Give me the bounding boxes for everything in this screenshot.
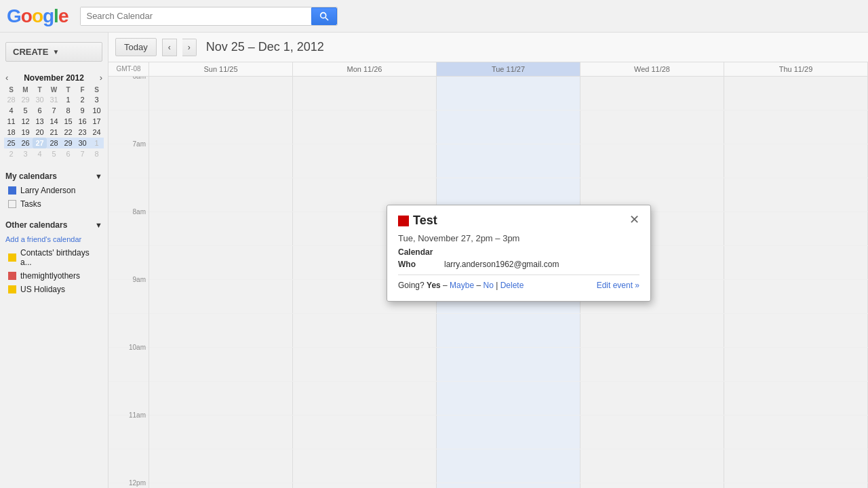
mini-cal-day[interactable]: 10 bbox=[90, 105, 104, 116]
day-cell[interactable] bbox=[437, 348, 580, 381]
day-cell[interactable] bbox=[149, 280, 293, 313]
day-cell[interactable] bbox=[437, 415, 580, 449]
mini-cal-day[interactable]: 17 bbox=[90, 116, 104, 127]
mini-cal-day[interactable]: 16 bbox=[75, 116, 90, 127]
mini-cal-day[interactable]: 28 bbox=[4, 94, 18, 105]
going-maybe-link[interactable]: Maybe bbox=[450, 281, 474, 290]
other-calendar-item[interactable]: themightlyothers bbox=[0, 269, 108, 283]
mini-cal-day[interactable]: 21 bbox=[47, 127, 61, 138]
day-cell[interactable] bbox=[293, 314, 437, 347]
day-cell[interactable] bbox=[149, 483, 293, 488]
mini-cal-day[interactable]: 28 bbox=[47, 138, 61, 148]
day-cell[interactable] bbox=[149, 246, 293, 279]
mini-cal-day[interactable]: 29 bbox=[18, 94, 33, 105]
day-cell[interactable] bbox=[437, 144, 580, 178]
mini-cal-day[interactable]: 30 bbox=[75, 138, 90, 148]
day-cell[interactable] bbox=[437, 382, 580, 415]
day-cell[interactable] bbox=[149, 314, 293, 347]
mini-cal-day[interactable]: 5 bbox=[18, 105, 33, 116]
prev-button[interactable]: ‹ bbox=[162, 39, 177, 56]
day-cell[interactable] bbox=[293, 348, 437, 381]
day-cell[interactable] bbox=[437, 314, 580, 347]
mini-cal-day[interactable]: 26 bbox=[18, 138, 33, 148]
mini-cal-day[interactable]: 25 bbox=[4, 138, 18, 148]
day-cell[interactable] bbox=[149, 348, 293, 381]
other-calendars-header[interactable]: Other calendars ▼ bbox=[0, 218, 108, 232]
mini-cal-day[interactable]: 15 bbox=[61, 116, 75, 127]
day-cell[interactable] bbox=[580, 77, 724, 110]
day-cell[interactable] bbox=[580, 348, 724, 381]
add-friend-link[interactable]: Add a friend's calendar bbox=[0, 232, 108, 246]
day-cell[interactable] bbox=[293, 415, 437, 449]
day-cell[interactable] bbox=[149, 415, 293, 449]
day-cell[interactable] bbox=[724, 144, 868, 178]
edit-event-link[interactable]: Edit event » bbox=[597, 281, 639, 290]
mini-cal-day[interactable]: 4 bbox=[4, 105, 18, 116]
day-cell[interactable] bbox=[293, 382, 437, 415]
day-cell[interactable] bbox=[724, 280, 868, 313]
my-calendar-item[interactable]: Tasks bbox=[0, 197, 108, 211]
my-calendar-item[interactable]: Larry Anderson bbox=[0, 184, 108, 197]
day-cell[interactable] bbox=[724, 212, 868, 245]
mini-cal-day[interactable]: 2 bbox=[75, 94, 90, 105]
mini-cal-day[interactable]: 8 bbox=[61, 105, 75, 116]
mini-cal-day[interactable]: 5 bbox=[47, 148, 61, 159]
day-cell[interactable] bbox=[293, 449, 437, 483]
day-cell[interactable] bbox=[293, 110, 437, 144]
create-button[interactable]: CREATE ▼ bbox=[5, 42, 102, 62]
day-cell[interactable] bbox=[580, 110, 724, 144]
day-cell[interactable] bbox=[149, 144, 293, 178]
day-cell[interactable] bbox=[724, 246, 868, 279]
next-button[interactable]: › bbox=[182, 39, 197, 56]
mini-cal-day[interactable]: 14 bbox=[47, 116, 61, 127]
day-cell[interactable] bbox=[580, 483, 724, 488]
popup-close-button[interactable]: ✕ bbox=[629, 214, 639, 226]
mini-cal-day[interactable]: 20 bbox=[33, 127, 47, 138]
day-cell[interactable] bbox=[580, 144, 724, 178]
mini-cal-day[interactable]: 3 bbox=[90, 94, 104, 105]
mini-cal-day[interactable]: 6 bbox=[61, 148, 75, 159]
mini-cal-day[interactable]: 27 bbox=[33, 138, 47, 148]
mini-cal-day[interactable]: 3 bbox=[18, 148, 33, 159]
mini-cal-day[interactable]: 24 bbox=[90, 127, 104, 138]
day-cell[interactable] bbox=[724, 77, 868, 110]
calendar-checkbox[interactable] bbox=[8, 200, 16, 208]
mini-cal-day[interactable]: 1 bbox=[90, 138, 104, 148]
today-button[interactable]: Today bbox=[115, 38, 157, 56]
day-cell[interactable] bbox=[580, 449, 724, 483]
mini-cal-day[interactable]: 23 bbox=[75, 127, 90, 138]
going-no-link[interactable]: No bbox=[484, 281, 494, 290]
day-cell[interactable] bbox=[724, 483, 868, 488]
day-cell[interactable] bbox=[149, 77, 293, 110]
day-cell[interactable] bbox=[149, 449, 293, 483]
day-cell[interactable] bbox=[293, 483, 437, 488]
day-cell[interactable] bbox=[293, 77, 437, 110]
day-cell[interactable] bbox=[724, 178, 868, 211]
day-cell[interactable] bbox=[724, 348, 868, 381]
day-cell[interactable] bbox=[580, 314, 724, 347]
mini-cal-day[interactable]: 11 bbox=[4, 116, 18, 127]
day-cell[interactable] bbox=[293, 144, 437, 178]
going-delete-link[interactable]: Delete bbox=[500, 281, 524, 290]
day-cell[interactable] bbox=[580, 382, 724, 415]
day-cell[interactable] bbox=[724, 314, 868, 347]
mini-cal-day[interactable]: 1 bbox=[61, 94, 75, 105]
mini-cal-day[interactable]: 22 bbox=[61, 127, 75, 138]
day-cell[interactable] bbox=[437, 483, 580, 488]
other-calendar-item[interactable]: US Holidays bbox=[0, 283, 108, 296]
day-cell[interactable] bbox=[724, 415, 868, 449]
search-input[interactable] bbox=[81, 7, 311, 25]
mini-cal-day[interactable]: 12 bbox=[18, 116, 33, 127]
mini-cal-day[interactable]: 8 bbox=[90, 148, 104, 159]
day-cell[interactable] bbox=[437, 449, 580, 483]
mini-cal-day[interactable]: 30 bbox=[33, 94, 47, 105]
day-cell[interactable] bbox=[724, 449, 868, 483]
mini-cal-day[interactable]: 9 bbox=[75, 105, 90, 116]
day-cell[interactable] bbox=[580, 415, 724, 449]
day-cell[interactable] bbox=[149, 110, 293, 144]
other-calendar-item[interactable]: Contacts' birthdays a... bbox=[0, 246, 108, 269]
mini-cal-next[interactable]: › bbox=[98, 73, 104, 83]
mini-cal-day[interactable]: 7 bbox=[75, 148, 90, 159]
search-button[interactable] bbox=[311, 7, 337, 25]
day-cell[interactable] bbox=[149, 212, 293, 245]
